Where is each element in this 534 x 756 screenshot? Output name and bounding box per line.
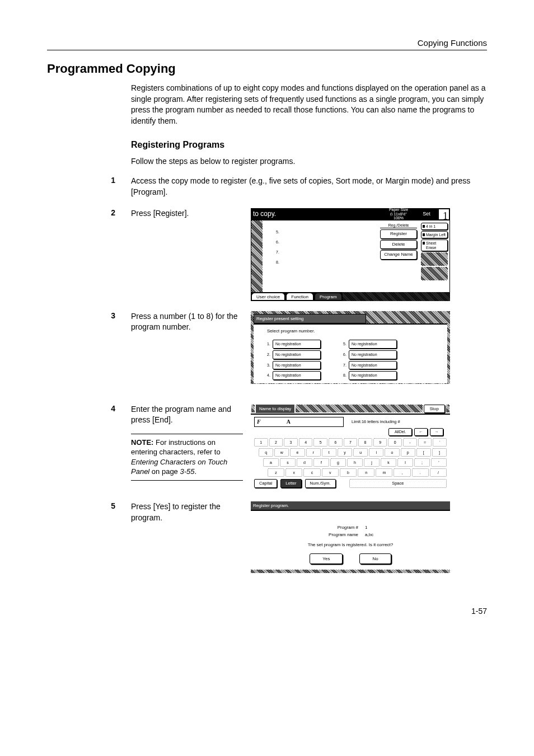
keyboard-key[interactable]: 4	[299, 438, 313, 447]
keyboard-key[interactable]: k	[381, 458, 396, 467]
all-delete-button[interactable]: AllDel.	[388, 428, 412, 436]
page-number: 1-57	[47, 607, 487, 616]
keyboard-key[interactable]: /	[430, 468, 447, 477]
keyboard-key[interactable]: y	[338, 448, 352, 457]
keyboard-key[interactable]: ]	[432, 448, 447, 457]
program-slot-7[interactable]: No registration	[349, 361, 397, 370]
keyboard-key[interactable]: 1	[254, 438, 268, 447]
intro-paragraph: Registers combinations of up to eight co…	[131, 83, 487, 126]
keyboard-key[interactable]: r	[306, 448, 321, 457]
step-number-4: 4	[47, 404, 131, 413]
keyboard-key[interactable]: =	[418, 438, 432, 447]
step-text-5: Press [Yes] to register the program.	[131, 501, 243, 523]
register-button[interactable]: Register	[380, 229, 417, 238]
cell-num: 6.	[343, 352, 348, 358]
keyboard-key[interactable]: 8	[358, 438, 372, 447]
keyboard-key[interactable]: o	[385, 448, 399, 457]
cell-num: 7.	[343, 363, 348, 368]
keyboard-key[interactable]: 7	[344, 438, 358, 447]
side-sheet-erase-button[interactable]: Sheet Erase	[421, 240, 448, 251]
no-button[interactable]: No	[359, 553, 391, 564]
keyboard-key[interactable]: m	[376, 468, 392, 477]
keyboard-key[interactable]: 0	[388, 438, 402, 447]
set-label: Set	[415, 210, 438, 218]
keyboard-key[interactable]: w	[274, 448, 289, 457]
limit-label: Limit:16 letters including #	[346, 419, 447, 425]
side-margin-button[interactable]: Margin Left	[421, 231, 448, 238]
keyboard-key[interactable]: `	[433, 438, 447, 447]
keyboard-key[interactable]: z	[268, 468, 284, 477]
running-header: Copying Functions	[47, 38, 487, 50]
keyboard-key[interactable]: -	[403, 438, 417, 447]
step-text-2: Press [Register].	[131, 208, 243, 219]
stop-button[interactable]: Stop	[424, 405, 445, 413]
tab-user-choice[interactable]: User choice	[251, 293, 285, 300]
cursor-left-button[interactable]: ←	[414, 428, 428, 436]
program-slot-3[interactable]: No registration	[273, 361, 321, 370]
keyboard-key[interactable]: p	[401, 448, 415, 457]
tab-letter[interactable]: Letter	[280, 479, 301, 489]
keyboard-key[interactable]: 3	[284, 438, 298, 447]
screen-name-to-display: Name to display Stop FA Limit:16 letters…	[251, 404, 450, 491]
heading-registering-programs: Registering Programs	[131, 140, 487, 150]
keyboard-key[interactable]: i	[369, 448, 383, 457]
keyboard-key[interactable]: 2	[269, 438, 283, 447]
keyboard-key[interactable]: c	[303, 468, 320, 477]
program-slot-4[interactable]: No registration	[273, 371, 321, 380]
keyboard-key[interactable]: t	[322, 448, 336, 457]
keyboard-key[interactable]: 9	[373, 438, 387, 447]
keyboard-key[interactable]: '	[431, 458, 447, 467]
keyboard-key[interactable]: s	[280, 458, 296, 467]
side-4in1-button[interactable]: 4 in 1	[421, 223, 448, 230]
keyboard-key[interactable]: v	[322, 468, 339, 477]
tab-program[interactable]: Program	[315, 293, 342, 300]
tab-function[interactable]: Function	[286, 293, 313, 300]
keyboard-key[interactable]: b	[340, 468, 357, 477]
tab-capital[interactable]: Capital	[254, 479, 277, 489]
keyboard-key[interactable]: u	[353, 448, 368, 457]
cursor-right-button[interactable]: →	[430, 428, 443, 436]
keyboard-key[interactable]: q	[259, 448, 273, 457]
list-item: 5.	[276, 227, 376, 237]
name-input[interactable]: FA	[254, 417, 344, 427]
cell-num: 1.	[267, 341, 271, 347]
list-item: 6.	[276, 237, 376, 247]
cell-num: 2.	[267, 352, 271, 358]
screen-register-confirm: Register program. Program #1 Program nam…	[251, 501, 450, 573]
delete-button[interactable]: Delete	[380, 240, 417, 249]
screen-copy-program: to copy. Paper Size ⎙ 11x8½" 100% Set 1	[251, 208, 450, 301]
paper-size-label: Paper Size	[382, 208, 415, 212]
program-slot-1[interactable]: No registration	[273, 340, 321, 349]
keyboard-key[interactable]: g	[330, 458, 346, 467]
keyboard-key[interactable]: [	[416, 448, 431, 457]
program-slot-6[interactable]: No registration	[349, 350, 397, 359]
screen4-title: Register program.	[251, 501, 450, 511]
keyboard-key[interactable]: d	[297, 458, 312, 467]
keyboard-key[interactable]: n	[358, 468, 374, 477]
keyboard-key[interactable]: ,	[394, 468, 410, 477]
cell-num: 8.	[343, 373, 348, 378]
keyboard-key[interactable]: x	[285, 468, 302, 477]
keyboard-key[interactable]: h	[347, 458, 363, 467]
change-name-button[interactable]: Change Name	[380, 250, 417, 259]
keyboard-key[interactable]: f	[313, 458, 329, 467]
program-name-label: Program name	[308, 532, 358, 538]
keyboard-key[interactable]: e	[290, 448, 305, 457]
yes-button[interactable]: Yes	[310, 553, 343, 564]
list-item: 7.	[276, 247, 376, 257]
keyboard-key[interactable]: a	[263, 458, 279, 467]
keyboard-key[interactable]: j	[364, 458, 380, 467]
list-item: 8.	[276, 257, 376, 267]
keyboard-key[interactable]: 5	[313, 438, 327, 447]
program-slot-8[interactable]: No registration	[349, 371, 397, 380]
keyboard-key[interactable]: 6	[329, 438, 343, 447]
tab-num-sym[interactable]: Num./Sym.	[305, 479, 336, 489]
space-key[interactable]: Space	[349, 479, 447, 489]
step-text-1: Access the copy mode to register (e.g., …	[131, 176, 487, 198]
program-slot-5[interactable]: No registration	[349, 340, 397, 349]
keyboard-key[interactable]: .	[412, 468, 429, 477]
keyboard-key[interactable]: l	[397, 458, 413, 467]
keyboard-key[interactable]: ;	[414, 458, 430, 467]
program-slot-2[interactable]: No registration	[273, 350, 321, 359]
step-number-3: 3	[47, 311, 131, 320]
